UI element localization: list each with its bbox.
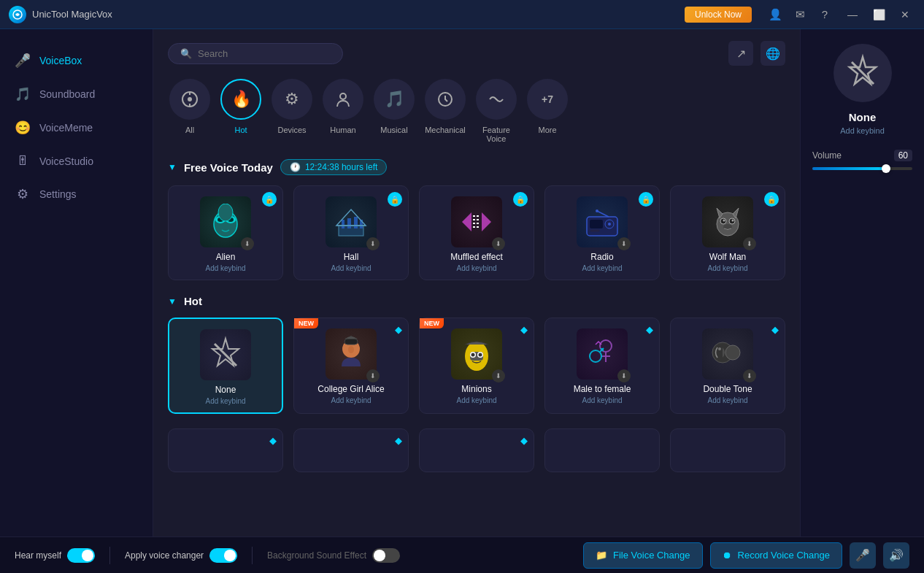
search-input[interactable] — [198, 48, 329, 59]
download-hall: ⬇ — [366, 237, 380, 250]
category-devices[interactable]: ⚙ Devices — [270, 79, 314, 143]
volume-handle[interactable] — [882, 164, 890, 173]
card-keybind-radio[interactable]: Add keybind — [582, 264, 622, 272]
minimize-button[interactable]: — — [842, 6, 863, 23]
category-human[interactable]: Human — [321, 79, 365, 143]
card-radio[interactable]: 🔒 ⬇ Radio Add — [544, 185, 660, 280]
card-keybind-muffled[interactable]: Add keybind — [456, 264, 496, 272]
svg-point-48 — [471, 353, 475, 357]
close-button[interactable]: ✕ — [895, 6, 915, 23]
svg-rect-40 — [344, 339, 358, 345]
mail-icon[interactable]: ✉ — [788, 4, 812, 25]
download-radio: ⬇ — [617, 237, 631, 250]
bg-sound-toggle[interactable] — [372, 548, 400, 563]
card-extra5[interactable] — [670, 428, 785, 472]
card-college[interactable]: NEW ◆ ⬇ College Girl Alice — [293, 318, 409, 414]
category-mechanical[interactable]: Mechanical — [423, 79, 467, 143]
card-keybind-none[interactable]: Add keybind — [205, 397, 245, 405]
card-keybind-wolfman[interactable]: Add keybind — [707, 264, 747, 272]
card-keybind-m2f[interactable]: Add keybind — [582, 396, 622, 404]
user-icon[interactable]: 👤 — [763, 4, 787, 25]
hall-image: ⬇ — [326, 196, 377, 247]
timer-badge: 🕐 12:24:38 hours left — [280, 159, 387, 175]
file-voice-icon: 📁 — [596, 550, 607, 561]
titlebar-icons: 👤 ✉ ? — [763, 4, 836, 25]
right-panel-keybind[interactable]: Add keybind — [840, 126, 885, 135]
volume-fill — [812, 167, 890, 170]
hot-section-arrow: ▼ — [168, 296, 177, 307]
help-icon[interactable]: ? — [813, 4, 836, 25]
download-wolfman: ⬇ — [743, 237, 756, 250]
card-extra2[interactable]: ◆ — [293, 428, 409, 472]
record-voice-button[interactable]: ⏺ Record Voice Change — [710, 542, 842, 569]
lock-badge-radio: 🔒 — [639, 192, 653, 207]
sidebar-item-voicestudio[interactable]: 🎚 VoiceStudio — [0, 145, 153, 177]
card-wolfman[interactable]: 🔒 ⬇ — [670, 185, 785, 280]
category-feature-label: FeatureVoice — [482, 126, 510, 143]
lock-badge-wolfman: 🔒 — [764, 192, 779, 207]
search-box[interactable]: 🔍 — [168, 43, 343, 64]
download-minions: ⬇ — [492, 369, 505, 382]
card-minions[interactable]: NEW ◆ ⬇ — [419, 318, 534, 414]
radio-image: ⬇ — [577, 196, 628, 247]
card-name-doubletone: Double Tone — [703, 384, 752, 394]
download-college: ⬇ — [366, 369, 380, 382]
category-feature-voice[interactable]: FeatureVoice — [474, 79, 518, 143]
download-doubletone: ⬇ — [743, 369, 756, 382]
sidebar-label-voicebox: VoiceBox — [39, 55, 82, 66]
bottom-bar: Hear myself Apply voice changer Backgrou… — [0, 537, 924, 573]
free-cards-grid: 🔒 ⬇ Alien Add — [168, 185, 785, 280]
card-m2f[interactable]: ◆ ⬇ Male to female — [544, 318, 660, 414]
timer-text: 12:24:38 hours left — [305, 162, 377, 172]
globe-icon[interactable]: 🌐 — [761, 41, 785, 66]
category-all[interactable]: All — [168, 79, 212, 143]
maximize-button[interactable]: ⬜ — [869, 6, 889, 23]
card-muffled[interactable]: 🔒 ⬇ Muffled effect Add keybin — [419, 185, 534, 280]
category-hot[interactable]: 🔥 Hot — [219, 79, 263, 143]
category-more[interactable]: +7 More — [525, 79, 569, 143]
card-keybind-college[interactable]: Add keybind — [331, 396, 371, 404]
card-hall[interactable]: 🔒 ⬇ Hall Add k — [293, 185, 409, 280]
titlebar-left: UnicTool MagicVox — [9, 6, 112, 23]
speaker-icon[interactable]: 🔊 — [883, 542, 909, 569]
card-extra4[interactable] — [544, 428, 660, 472]
hear-myself-toggle[interactable] — [67, 548, 95, 563]
card-keybind-hall[interactable]: Add keybind — [331, 264, 371, 272]
extra-cards-grid: ◆ ◆ ◆ — [168, 428, 785, 472]
card-extra1[interactable]: ◆ — [168, 428, 283, 472]
svg-point-36 — [732, 220, 734, 222]
apply-voice-toggle-group: Apply voice changer — [125, 548, 237, 563]
diamond-badge-m2f: ◆ — [646, 324, 653, 335]
file-voice-button[interactable]: 📁 File Voice Change — [583, 542, 703, 569]
card-keybind-alien[interactable]: Add keybind — [205, 264, 245, 272]
hear-myself-dot — [82, 550, 93, 561]
sidebar-item-voicebox[interactable]: 🎤 VoiceBox — [0, 44, 153, 77]
sidebar-item-voicememe[interactable]: 😊 VoiceMeme — [0, 111, 153, 145]
apply-voice-dot — [224, 550, 236, 561]
card-none[interactable]: None Add keybind — [168, 318, 283, 414]
category-more-icon: +7 — [527, 79, 568, 120]
mic-icon[interactable]: 🎤 — [850, 542, 876, 569]
sidebar-item-settings[interactable]: ⚙ Settings — [0, 177, 153, 211]
unlock-button[interactable]: Unlock Now — [685, 7, 752, 23]
card-keybind-doubletone[interactable]: Add keybind — [707, 396, 747, 404]
sidebar-label-settings: Settings — [39, 188, 77, 200]
alien-image: ⬇ — [200, 196, 251, 247]
svg-rect-13 — [342, 220, 344, 228]
sidebar-item-soundboard[interactable]: 🎵 Soundboard — [0, 77, 153, 111]
svg-rect-14 — [347, 218, 351, 228]
card-keybind-minions[interactable]: Add keybind — [456, 396, 496, 404]
card-extra3[interactable]: ◆ — [419, 428, 534, 472]
category-feature-icon — [476, 79, 517, 120]
volume-label: Volume — [812, 150, 842, 161]
card-alien[interactable]: 🔒 ⬇ Alien Add — [168, 185, 283, 280]
titlebar: UnicTool MagicVox Unlock Now 👤 ✉ ? — ⬜ ✕ — [0, 0, 924, 29]
apply-voice-toggle[interactable] — [209, 548, 237, 563]
category-musical[interactable]: 🎵 Musical — [372, 79, 416, 143]
volume-slider[interactable] — [812, 167, 912, 170]
divider2 — [252, 547, 253, 564]
settings-icon: ⚙ — [15, 186, 31, 202]
export-icon[interactable]: ↗ — [728, 41, 753, 66]
category-devices-icon: ⚙ — [272, 79, 312, 120]
card-doubletone[interactable]: ◆ ⬇ Double Tone Add keybind — [670, 318, 785, 414]
